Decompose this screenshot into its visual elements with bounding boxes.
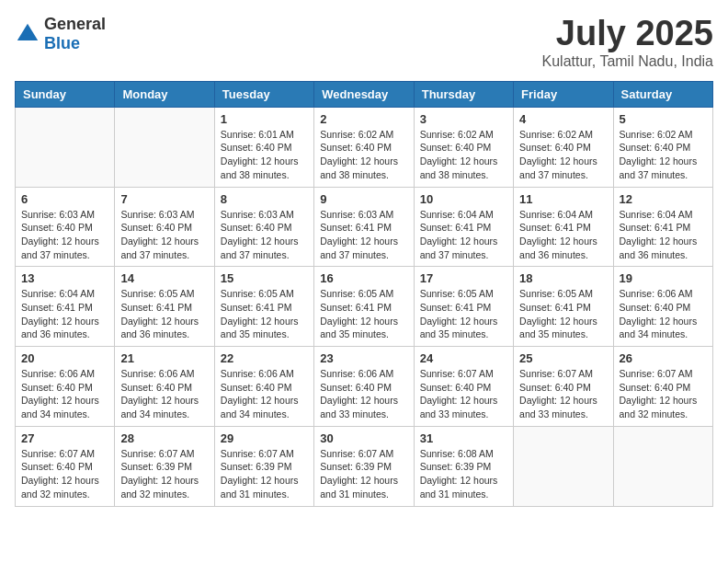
logo: General Blue — [15, 15, 106, 53]
day-number: 9 — [320, 192, 407, 206]
day-number: 16 — [320, 271, 407, 285]
calendar-day-cell: 19Sunrise: 6:06 AM Sunset: 6:40 PM Dayli… — [613, 267, 712, 347]
day-number: 14 — [120, 271, 208, 285]
day-number: 7 — [120, 192, 208, 206]
calendar-day-cell: 31Sunrise: 6:08 AM Sunset: 6:39 PM Dayli… — [414, 426, 513, 506]
calendar-week-row: 27Sunrise: 6:07 AM Sunset: 6:40 PM Dayli… — [16, 426, 713, 506]
calendar-week-row: 6Sunrise: 6:03 AM Sunset: 6:40 PM Daylig… — [16, 187, 713, 267]
day-number: 22 — [221, 351, 308, 365]
calendar-day-cell: 15Sunrise: 6:05 AM Sunset: 6:41 PM Dayli… — [214, 267, 313, 347]
day-number: 24 — [420, 351, 507, 365]
calendar-day-cell: 13Sunrise: 6:04 AM Sunset: 6:41 PM Dayli… — [16, 267, 115, 347]
location-title: Kulattur, Tamil Nadu, India — [542, 53, 713, 70]
day-number: 10 — [420, 192, 507, 206]
calendar-day-cell — [514, 426, 613, 506]
calendar-day-cell: 22Sunrise: 6:06 AM Sunset: 6:40 PM Dayli… — [214, 347, 313, 427]
calendar-day-cell: 26Sunrise: 6:07 AM Sunset: 6:40 PM Dayli… — [613, 347, 712, 427]
cell-info: Sunrise: 6:08 AM Sunset: 6:39 PM Dayligh… — [420, 447, 507, 501]
logo-blue: Blue — [44, 34, 80, 52]
calendar-day-cell: 12Sunrise: 6:04 AM Sunset: 6:41 PM Dayli… — [613, 187, 712, 267]
calendar-day-cell — [613, 426, 712, 506]
cell-info: Sunrise: 6:06 AM Sunset: 6:40 PM Dayligh… — [620, 287, 707, 341]
calendar-day-cell: 10Sunrise: 6:04 AM Sunset: 6:41 PM Dayli… — [414, 187, 513, 267]
day-number: 12 — [620, 192, 707, 206]
calendar-day-cell — [16, 107, 115, 187]
calendar-day-cell: 17Sunrise: 6:05 AM Sunset: 6:41 PM Dayli… — [414, 267, 513, 347]
day-number: 29 — [221, 431, 308, 445]
day-number: 19 — [620, 271, 707, 285]
calendar-day-cell: 7Sunrise: 6:03 AM Sunset: 6:40 PM Daylig… — [115, 187, 214, 267]
day-number: 23 — [320, 351, 407, 365]
calendar-header-row: Sunday Monday Tuesday Wednesday Thursday… — [16, 81, 713, 107]
day-number: 27 — [21, 431, 108, 445]
calendar-day-cell — [115, 107, 214, 187]
cell-info: Sunrise: 6:05 AM Sunset: 6:41 PM Dayligh… — [221, 287, 308, 341]
cell-info: Sunrise: 6:04 AM Sunset: 6:41 PM Dayligh… — [420, 208, 507, 262]
page-header: General Blue July 2025 Kulattur, Tamil N… — [15, 15, 713, 70]
day-number: 5 — [620, 112, 707, 126]
logo-general: General — [44, 15, 106, 33]
day-number: 28 — [120, 431, 208, 445]
calendar-day-cell: 25Sunrise: 6:07 AM Sunset: 6:40 PM Dayli… — [514, 347, 613, 427]
header-friday: Friday — [514, 81, 613, 107]
cell-info: Sunrise: 6:03 AM Sunset: 6:41 PM Dayligh… — [320, 208, 407, 262]
calendar-day-cell: 21Sunrise: 6:06 AM Sunset: 6:40 PM Dayli… — [115, 347, 214, 427]
header-tuesday: Tuesday — [214, 81, 313, 107]
calendar-day-cell: 9Sunrise: 6:03 AM Sunset: 6:41 PM Daylig… — [314, 187, 414, 267]
calendar-day-cell: 4Sunrise: 6:02 AM Sunset: 6:40 PM Daylig… — [514, 107, 613, 187]
cell-info: Sunrise: 6:07 AM Sunset: 6:39 PM Dayligh… — [120, 447, 208, 501]
day-number: 3 — [420, 112, 507, 126]
cell-info: Sunrise: 6:04 AM Sunset: 6:41 PM Dayligh… — [21, 287, 108, 341]
day-number: 20 — [21, 351, 108, 365]
cell-info: Sunrise: 6:03 AM Sunset: 6:40 PM Dayligh… — [21, 208, 108, 262]
month-title: July 2025 — [542, 15, 713, 53]
cell-info: Sunrise: 6:04 AM Sunset: 6:41 PM Dayligh… — [620, 208, 707, 262]
header-wednesday: Wednesday — [314, 81, 414, 107]
day-number: 18 — [519, 271, 607, 285]
logo-icon — [15, 21, 40, 47]
day-number: 6 — [21, 192, 108, 206]
cell-info: Sunrise: 6:07 AM Sunset: 6:39 PM Dayligh… — [320, 447, 407, 501]
title-block: July 2025 Kulattur, Tamil Nadu, India — [542, 15, 713, 70]
cell-info: Sunrise: 6:07 AM Sunset: 6:40 PM Dayligh… — [21, 447, 108, 501]
cell-info: Sunrise: 6:07 AM Sunset: 6:40 PM Dayligh… — [420, 367, 507, 421]
calendar-week-row: 1Sunrise: 6:01 AM Sunset: 6:40 PM Daylig… — [16, 107, 713, 187]
day-number: 13 — [21, 271, 108, 285]
svg-rect-1 — [24, 35, 31, 40]
day-number: 4 — [519, 112, 607, 126]
calendar-day-cell: 16Sunrise: 6:05 AM Sunset: 6:41 PM Dayli… — [314, 267, 414, 347]
cell-info: Sunrise: 6:06 AM Sunset: 6:40 PM Dayligh… — [21, 367, 108, 421]
day-number: 26 — [620, 351, 707, 365]
day-number: 15 — [221, 271, 308, 285]
calendar-day-cell: 30Sunrise: 6:07 AM Sunset: 6:39 PM Dayli… — [314, 426, 414, 506]
cell-info: Sunrise: 6:05 AM Sunset: 6:41 PM Dayligh… — [420, 287, 507, 341]
cell-info: Sunrise: 6:06 AM Sunset: 6:40 PM Dayligh… — [320, 367, 407, 421]
cell-info: Sunrise: 6:05 AM Sunset: 6:41 PM Dayligh… — [120, 287, 208, 341]
day-number: 17 — [420, 271, 507, 285]
day-number: 1 — [221, 112, 308, 126]
calendar-table: Sunday Monday Tuesday Wednesday Thursday… — [15, 81, 713, 507]
cell-info: Sunrise: 6:03 AM Sunset: 6:40 PM Dayligh… — [120, 208, 208, 262]
calendar-day-cell: 14Sunrise: 6:05 AM Sunset: 6:41 PM Dayli… — [115, 267, 214, 347]
calendar-day-cell: 28Sunrise: 6:07 AM Sunset: 6:39 PM Dayli… — [115, 426, 214, 506]
cell-info: Sunrise: 6:06 AM Sunset: 6:40 PM Dayligh… — [120, 367, 208, 421]
cell-info: Sunrise: 6:03 AM Sunset: 6:40 PM Dayligh… — [221, 208, 308, 262]
calendar-day-cell: 24Sunrise: 6:07 AM Sunset: 6:40 PM Dayli… — [414, 347, 513, 427]
calendar-week-row: 13Sunrise: 6:04 AM Sunset: 6:41 PM Dayli… — [16, 267, 713, 347]
cell-info: Sunrise: 6:06 AM Sunset: 6:40 PM Dayligh… — [221, 367, 308, 421]
calendar-day-cell: 18Sunrise: 6:05 AM Sunset: 6:41 PM Dayli… — [514, 267, 613, 347]
calendar-day-cell: 11Sunrise: 6:04 AM Sunset: 6:41 PM Dayli… — [514, 187, 613, 267]
calendar-day-cell: 3Sunrise: 6:02 AM Sunset: 6:40 PM Daylig… — [414, 107, 513, 187]
day-number: 30 — [320, 431, 407, 445]
header-saturday: Saturday — [613, 81, 712, 107]
calendar-day-cell: 20Sunrise: 6:06 AM Sunset: 6:40 PM Dayli… — [16, 347, 115, 427]
calendar-day-cell: 2Sunrise: 6:02 AM Sunset: 6:40 PM Daylig… — [314, 107, 414, 187]
cell-info: Sunrise: 6:07 AM Sunset: 6:40 PM Dayligh… — [519, 367, 607, 421]
day-number: 11 — [519, 192, 607, 206]
cell-info: Sunrise: 6:05 AM Sunset: 6:41 PM Dayligh… — [519, 287, 607, 341]
calendar-day-cell: 27Sunrise: 6:07 AM Sunset: 6:40 PM Dayli… — [16, 426, 115, 506]
header-sunday: Sunday — [16, 81, 115, 107]
cell-info: Sunrise: 6:05 AM Sunset: 6:41 PM Dayligh… — [320, 287, 407, 341]
cell-info: Sunrise: 6:02 AM Sunset: 6:40 PM Dayligh… — [620, 128, 707, 182]
cell-info: Sunrise: 6:02 AM Sunset: 6:40 PM Dayligh… — [519, 128, 607, 182]
